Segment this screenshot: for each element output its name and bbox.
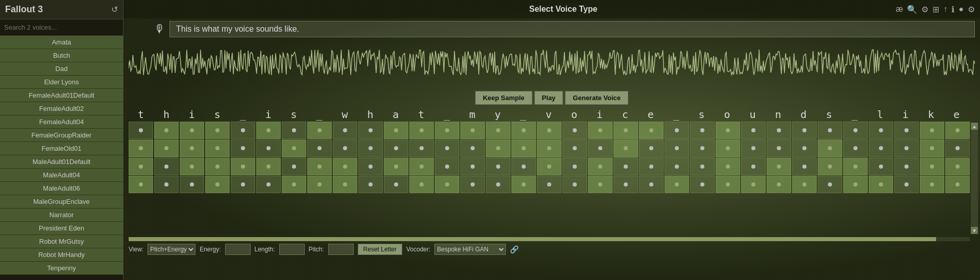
phoneme-cell[interactable] — [256, 139, 281, 157]
phoneme-cell[interactable] — [945, 139, 970, 157]
energy-input[interactable] — [225, 244, 251, 255]
phoneme-cell[interactable] — [129, 139, 153, 157]
phoneme-cell[interactable] — [843, 139, 868, 157]
phoneme-cell[interactable] — [562, 176, 587, 193]
phoneme-cell[interactable] — [435, 158, 459, 175]
phoneme-cell[interactable] — [869, 158, 893, 175]
phoneme-cell[interactable] — [792, 158, 817, 175]
phoneme-cell[interactable] — [358, 139, 383, 157]
phoneme-cell[interactable] — [282, 122, 306, 139]
phoneme-cell[interactable] — [129, 176, 153, 193]
phoneme-cell[interactable] — [511, 139, 536, 157]
phoneme-cell[interactable] — [460, 122, 485, 139]
mic-button[interactable]: 🎙 — [154, 22, 165, 36]
info-icon[interactable]: ℹ — [951, 5, 954, 14]
pitch-input[interactable] — [328, 244, 354, 255]
phoneme-cell[interactable] — [307, 139, 332, 157]
phoneme-cell[interactable] — [614, 176, 638, 193]
phoneme-cell[interactable] — [741, 122, 766, 139]
search-input[interactable] — [4, 24, 119, 31]
phoneme-cell[interactable] — [384, 139, 408, 157]
phoneme-cell[interactable] — [818, 139, 842, 157]
phoneme-cell[interactable] — [639, 158, 664, 175]
phoneme-cell[interactable] — [639, 139, 664, 157]
phoneme-cell[interactable] — [588, 122, 612, 139]
phoneme-cell[interactable] — [460, 176, 485, 193]
phoneme-cell[interactable] — [205, 158, 230, 175]
phoneme-cell[interactable] — [333, 176, 357, 193]
phoneme-cell[interactable] — [205, 139, 230, 157]
voice-list-item[interactable]: MaleAdult06 — [0, 182, 123, 195]
phoneme-cell[interactable] — [537, 176, 561, 193]
scroll-up-button[interactable]: ▲ — [971, 123, 978, 130]
phoneme-cell[interactable] — [205, 176, 230, 193]
settings-icon[interactable]: ⚙ — [921, 5, 928, 14]
phoneme-cell[interactable] — [562, 139, 587, 157]
phoneme-cell[interactable] — [180, 176, 204, 193]
voice-list-item[interactable]: Butch — [0, 49, 123, 62]
voice-list-item[interactable]: Dad — [0, 62, 123, 76]
phoneme-cell[interactable] — [409, 139, 434, 157]
phoneme-cell[interactable] — [409, 158, 434, 175]
phoneme-cell[interactable] — [282, 139, 306, 157]
voice-text-input[interactable] — [169, 21, 975, 37]
phoneme-cell[interactable] — [894, 176, 919, 193]
phoneme-cell[interactable] — [282, 158, 306, 175]
keep-sample-button[interactable]: Keep Sample — [475, 91, 532, 105]
phoneme-cell[interactable] — [716, 176, 740, 193]
view-select[interactable]: Pitch+Energy Pitch Energy — [148, 244, 195, 255]
phoneme-cell[interactable] — [869, 122, 893, 139]
phoneme-cell[interactable] — [537, 139, 561, 157]
phoneme-cell[interactable] — [154, 158, 179, 175]
phoneme-cell[interactable] — [894, 139, 919, 157]
phoneme-cell[interactable] — [256, 158, 281, 175]
phoneme-cell[interactable] — [894, 158, 919, 175]
phoneme-cell[interactable] — [690, 139, 715, 157]
phoneme-cell[interactable] — [588, 158, 612, 175]
phoneme-cell[interactable] — [358, 122, 383, 139]
phoneme-cell[interactable] — [894, 122, 919, 139]
phoneme-cell[interactable] — [767, 122, 791, 139]
phoneme-cell[interactable] — [792, 122, 817, 139]
phoneme-cell[interactable] — [511, 158, 536, 175]
phoneme-cell[interactable] — [690, 122, 715, 139]
phoneme-cell[interactable] — [562, 122, 587, 139]
sidebar-refresh-button[interactable]: ↺ — [111, 5, 118, 14]
voice-list-item[interactable]: FemaleGroupRaider — [0, 129, 123, 142]
phoneme-cell[interactable] — [384, 122, 408, 139]
phoneme-cell[interactable] — [333, 122, 357, 139]
phoneme-cell[interactable] — [180, 139, 204, 157]
phoneme-cell[interactable] — [511, 176, 536, 193]
phoneme-cell[interactable] — [614, 122, 638, 139]
phoneme-cell[interactable] — [792, 176, 817, 193]
phoneme-cell[interactable] — [205, 122, 230, 139]
phoneme-cell[interactable] — [562, 158, 587, 175]
phoneme-cell[interactable] — [409, 122, 434, 139]
phoneme-cell[interactable] — [180, 122, 204, 139]
phoneme-cell[interactable] — [665, 122, 689, 139]
phoneme-cell[interactable] — [384, 158, 408, 175]
phoneme-cell[interactable] — [231, 158, 255, 175]
phoneme-cell[interactable] — [154, 176, 179, 193]
phoneme-cell[interactable] — [690, 176, 715, 193]
vocoder-select[interactable]: Bespoke HiFi GAN WaveNet — [434, 244, 506, 255]
phoneme-cell[interactable] — [741, 139, 766, 157]
phoneme-cell[interactable] — [767, 139, 791, 157]
phoneme-cell[interactable] — [486, 139, 510, 157]
link-icon-button[interactable]: 🔗 — [510, 245, 519, 253]
phoneme-cell[interactable] — [409, 176, 434, 193]
config-icon[interactable]: ⚙ — [968, 5, 975, 14]
phoneme-cell[interactable] — [843, 158, 868, 175]
search-icon[interactable]: 🔍 — [907, 5, 917, 14]
voice-list-item[interactable]: FemaleAdult04 — [0, 115, 123, 129]
phoneme-cell[interactable] — [486, 158, 510, 175]
phoneme-cell[interactable] — [665, 176, 689, 193]
record-icon[interactable]: ● — [959, 5, 964, 14]
phoneme-cell[interactable] — [333, 158, 357, 175]
phoneme-cell[interactable] — [690, 158, 715, 175]
scroll-down-button[interactable]: ▼ — [971, 227, 978, 234]
play-button[interactable]: Play — [534, 91, 564, 105]
phoneme-cell[interactable] — [665, 139, 689, 157]
voice-list-item[interactable]: Elder Lyons — [0, 76, 123, 89]
phoneme-cell[interactable] — [435, 122, 459, 139]
